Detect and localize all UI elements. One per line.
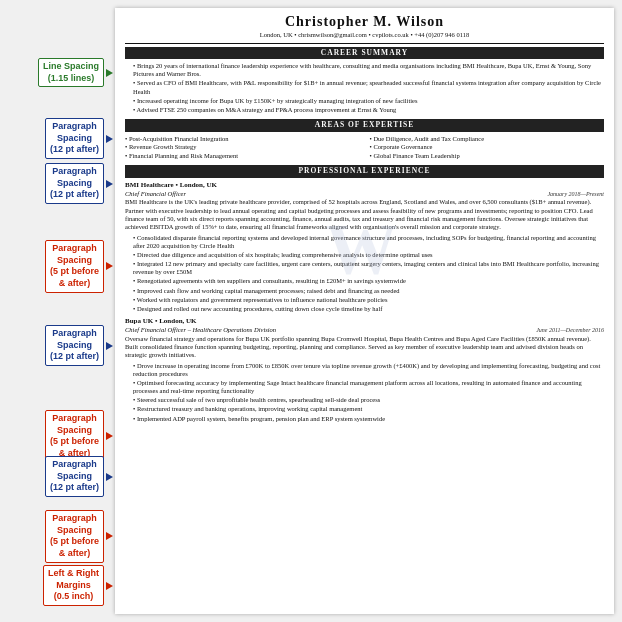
job-1: BMI Healthcare • London, UK Chief Financ…: [125, 181, 604, 313]
expertise-item-6: Global Finance Team Leadership: [370, 152, 605, 159]
main-container: Line Spacing(1.15 lines) ParagraphSpacin…: [0, 0, 622, 622]
para-spacing-5-box: ParagraphSpacing(5 pt before& after): [45, 410, 104, 463]
para-spacing-1-annotation: ParagraphSpacing(12 pt after): [45, 118, 113, 159]
job-1-desc: BMI Healthcare is the UK's leading priva…: [125, 198, 604, 232]
para-spacing-6-arrow: [106, 473, 113, 481]
career-bullet-4: Advised FTSE 250 companies on M&A strate…: [133, 106, 604, 114]
job-1-bullet-3: Integrated 12 new primary and specialty …: [133, 260, 604, 276]
job-2-bullet-1: Drove increase in operating income from …: [133, 362, 604, 378]
expertise-header: AREAS OF EXPERTISE: [125, 119, 604, 132]
para-spacing-2-arrow: [106, 180, 113, 188]
para-spacing-1-box: ParagraphSpacing(12 pt after): [45, 118, 104, 159]
resume-document: W Christopher M. Wilson London, UK • chr…: [115, 8, 614, 614]
job-1-bullet-4: Renegotiated agreements with ten supplie…: [133, 277, 604, 285]
para-spacing-6-box: ParagraphSpacing(12 pt after): [45, 456, 104, 497]
expertise-item-3: Revenue Growth Strategy: [125, 143, 360, 150]
job-2: Bupa UK • London, UK Chief Financial Off…: [125, 317, 604, 423]
job-1-bullet-1: Consolidated disparate financial reporti…: [133, 234, 604, 250]
job-1-bullets: Consolidated disparate financial reporti…: [125, 234, 604, 313]
job-1-title: Chief Financial Officer: [125, 190, 186, 197]
job-1-bullet-5: Improved cash flow and working capital m…: [133, 287, 604, 295]
career-summary-header: CAREER SUMMARY: [125, 47, 604, 60]
job-2-desc: Oversaw financial strategy and operation…: [125, 335, 604, 360]
expertise-item-1: Post-Acquisition Financial Integration: [125, 135, 360, 142]
para-spacing-3-arrow: [106, 262, 113, 270]
resume-name: Christopher M. Wilson: [125, 14, 604, 30]
career-bullet-3: Increased operating income for Bupa UK b…: [133, 97, 604, 105]
job-2-company: Bupa UK • London, UK: [125, 317, 197, 325]
job-2-title: Chief Financial Officer – Healthcare Ope…: [125, 326, 276, 333]
job-1-bullet-7: Designed and rolled out new accounting p…: [133, 305, 604, 313]
career-bullet-1: Brings 20 years of international finance…: [133, 62, 604, 78]
job-2-bullet-3: Steered successful sale of two unprofita…: [133, 396, 604, 404]
para-spacing-7-box: ParagraphSpacing(5 pt before& after): [45, 510, 104, 563]
job-1-bullet-2: Directed due diligence and acquisition o…: [133, 251, 604, 259]
margins-annotation: Left & RightMargins(0.5 inch): [43, 565, 113, 606]
resume-content: W Christopher M. Wilson London, UK • chr…: [115, 8, 614, 433]
career-bullets: Brings 20 years of international finance…: [125, 62, 604, 114]
job-2-bullet-5: Implemented ADP payroll system, benefits…: [133, 415, 604, 423]
para-spacing-4-box: ParagraphSpacing(12 pt after): [45, 325, 104, 366]
line-spacing-arrow: [106, 69, 113, 77]
career-bullet-2: Served as CFO of BMI Healthcare, with P&…: [133, 79, 604, 95]
para-spacing-3-box: ParagraphSpacing(5 pt before& after): [45, 240, 104, 293]
resume-contact: London, UK • chrismwilson@gmail.com • cv…: [125, 31, 604, 38]
para-spacing-1-arrow: [106, 135, 113, 143]
para-spacing-7-annotation: ParagraphSpacing(5 pt before& after): [45, 510, 113, 563]
para-spacing-4-annotation: ParagraphSpacing(12 pt after): [45, 325, 113, 366]
job-2-bullet-2: Optimised forecasting accuracy by implem…: [133, 379, 604, 395]
expertise-item-4: Corporate Governance: [370, 143, 605, 150]
experience-header: PROFESSIONAL EXPERIENCE: [125, 165, 604, 178]
para-spacing-4-arrow: [106, 342, 113, 350]
job-1-company: BMI Healthcare • London, UK: [125, 181, 217, 189]
job-1-dates: January 2018—Present: [547, 191, 604, 198]
job-2-bullets: Drove increase in operating income from …: [125, 362, 604, 423]
job-1-bullet-6: Worked with regulators and government re…: [133, 296, 604, 304]
line-spacing-annotation: Line Spacing(1.15 lines): [38, 58, 113, 87]
para-spacing-6-annotation: ParagraphSpacing(12 pt after): [45, 456, 113, 497]
job-2-dates: June 2011—December 2016: [536, 327, 604, 334]
annotations-panel: Line Spacing(1.15 lines) ParagraphSpacin…: [0, 0, 115, 622]
para-spacing-7-arrow: [106, 532, 113, 540]
job-2-bullet-4: Restructured treasury and banking operat…: [133, 405, 604, 413]
para-spacing-2-annotation: ParagraphSpacing(12 pt after): [45, 163, 113, 204]
para-spacing-2-box: ParagraphSpacing(12 pt after): [45, 163, 104, 204]
margins-arrow: [106, 582, 113, 590]
para-spacing-5-annotation: ParagraphSpacing(5 pt before& after): [45, 410, 113, 463]
margins-box: Left & RightMargins(0.5 inch): [43, 565, 104, 606]
para-spacing-5-arrow: [106, 432, 113, 440]
expertise-item-2: Due Diligence, Audit and Tax Compliance: [370, 135, 605, 142]
line-spacing-box: Line Spacing(1.15 lines): [38, 58, 104, 87]
para-spacing-3-annotation: ParagraphSpacing(5 pt before& after): [45, 240, 113, 293]
expertise-item-5: Financial Planning and Risk Management: [125, 152, 360, 159]
expertise-grid: Post-Acquisition Financial Integration D…: [125, 135, 604, 160]
